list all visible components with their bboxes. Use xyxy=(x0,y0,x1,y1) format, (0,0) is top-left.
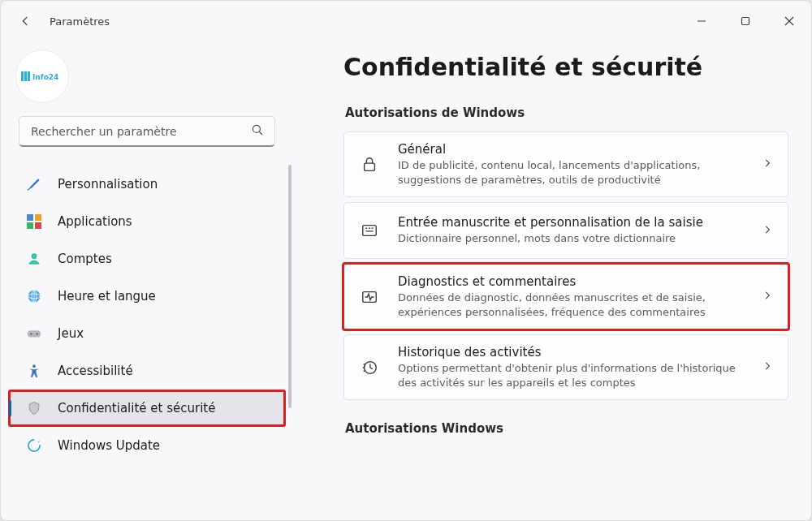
page-title: Confidentialité et sécurité xyxy=(343,53,788,81)
sidebar-item-label: Personnalisation xyxy=(58,177,158,192)
sidebar-item-label: Windows Update xyxy=(58,438,160,453)
nav-scrollbar[interactable] xyxy=(288,158,292,520)
sidebar-item-label: Heure et langue xyxy=(58,289,156,304)
sidebar-item-jeux[interactable]: Jeux xyxy=(9,316,285,351)
svg-point-10 xyxy=(32,253,37,259)
search-icon xyxy=(250,123,265,140)
settings-window: Paramètres Info24 xyxy=(0,0,812,521)
card-diagnostics[interactable]: Diagnostics et commentaires Données de d… xyxy=(343,264,788,329)
sidebar-item-accessibilite[interactable]: Accessibilité xyxy=(9,353,285,389)
sidebar-item-label: Applications xyxy=(58,214,132,229)
typing-icon xyxy=(359,220,380,241)
scrollbar-thumb[interactable] xyxy=(288,165,292,408)
nav-list: Personnalisation Applications Comptes xyxy=(1,158,293,520)
search-box[interactable] xyxy=(19,116,275,147)
titlebar: Paramètres xyxy=(1,1,811,41)
card-title: Diagnostics et commentaires xyxy=(398,274,744,289)
svg-point-15 xyxy=(30,333,32,334)
chevron-right-icon xyxy=(762,360,773,375)
svg-point-5 xyxy=(253,125,260,132)
update-icon xyxy=(25,437,43,454)
history-icon xyxy=(359,357,380,378)
accessibility-icon xyxy=(25,362,43,380)
svg-point-16 xyxy=(36,333,37,334)
main-content: Confidentialité et sécurité Autorisation… xyxy=(293,41,811,520)
card-title: Entrée manuscrite et personnalisation de… xyxy=(398,215,744,230)
svg-point-17 xyxy=(32,364,36,368)
card-description: Données de diagnostic, données manuscrit… xyxy=(398,291,744,319)
sidebar-item-applications[interactable]: Applications xyxy=(9,204,285,239)
card-description: Dictionnaire personnel, mots dans votre … xyxy=(398,231,744,246)
card-title: Historique des activités xyxy=(398,345,744,360)
svg-rect-7 xyxy=(35,214,41,221)
section-title: Autorisations Windows xyxy=(345,421,788,436)
brush-icon xyxy=(25,175,43,193)
svg-rect-20 xyxy=(363,226,377,236)
chevron-right-icon xyxy=(762,157,773,172)
search-input[interactable] xyxy=(29,124,250,139)
sidebar-item-label: Jeux xyxy=(58,326,84,341)
section-title: Autorisations de Windows xyxy=(345,105,788,120)
maximize-button[interactable] xyxy=(723,1,767,41)
globe-icon xyxy=(25,287,43,305)
avatar: Info24 xyxy=(15,50,69,103)
svg-rect-1 xyxy=(21,71,24,81)
svg-rect-6 xyxy=(27,214,33,221)
minimize-button[interactable] xyxy=(680,1,723,41)
svg-rect-0 xyxy=(742,18,749,25)
svg-rect-3 xyxy=(28,71,30,81)
apps-icon xyxy=(25,213,43,230)
svg-rect-8 xyxy=(27,222,33,229)
sidebar-item-windows-update[interactable]: Windows Update xyxy=(9,428,285,463)
chevron-right-icon xyxy=(762,289,773,304)
svg-point-18 xyxy=(28,440,40,451)
sidebar-item-confidentialite-securite[interactable]: Confidentialité et sécurité xyxy=(9,390,285,426)
back-button[interactable] xyxy=(15,11,35,31)
card-general[interactable]: Général ID de publicité, contenu local, … xyxy=(343,131,788,197)
sidebar-item-label: Accessibilité xyxy=(58,364,133,378)
svg-rect-9 xyxy=(35,222,41,229)
svg-text:Info24: Info24 xyxy=(32,73,58,81)
app-title: Paramètres xyxy=(50,15,110,28)
sidebar-item-comptes[interactable]: Comptes xyxy=(9,241,285,277)
sidebar-item-heure-langue[interactable]: Heure et langue xyxy=(9,278,285,314)
sidebar-item-label: Confidentialité et sécurité xyxy=(58,401,215,416)
svg-rect-19 xyxy=(365,163,375,170)
svg-rect-14 xyxy=(28,330,41,337)
shield-icon xyxy=(25,399,43,417)
card-historique[interactable]: Historique des activités Options permett… xyxy=(343,334,788,400)
chevron-right-icon xyxy=(762,223,773,239)
sidebar-item-label: Comptes xyxy=(58,252,112,266)
card-description: ID de publicité, contenu local, lancemen… xyxy=(398,158,744,187)
sidebar: Info24 Perso xyxy=(1,41,293,520)
card-description: Options permettant d'obtenir plus d'info… xyxy=(398,361,744,390)
sidebar-item-personnalisation[interactable]: Personnalisation xyxy=(9,166,285,202)
svg-rect-2 xyxy=(24,71,27,81)
card-title: Général xyxy=(398,142,744,157)
card-saisie[interactable]: Entrée manuscrite et personnalisation de… xyxy=(343,202,788,259)
lock-icon xyxy=(359,154,380,175)
person-icon xyxy=(25,250,43,268)
close-button[interactable] xyxy=(767,1,811,41)
gamepad-icon xyxy=(25,325,43,342)
profile-block[interactable]: Info24 xyxy=(1,50,293,116)
diagnostics-icon xyxy=(359,286,380,308)
